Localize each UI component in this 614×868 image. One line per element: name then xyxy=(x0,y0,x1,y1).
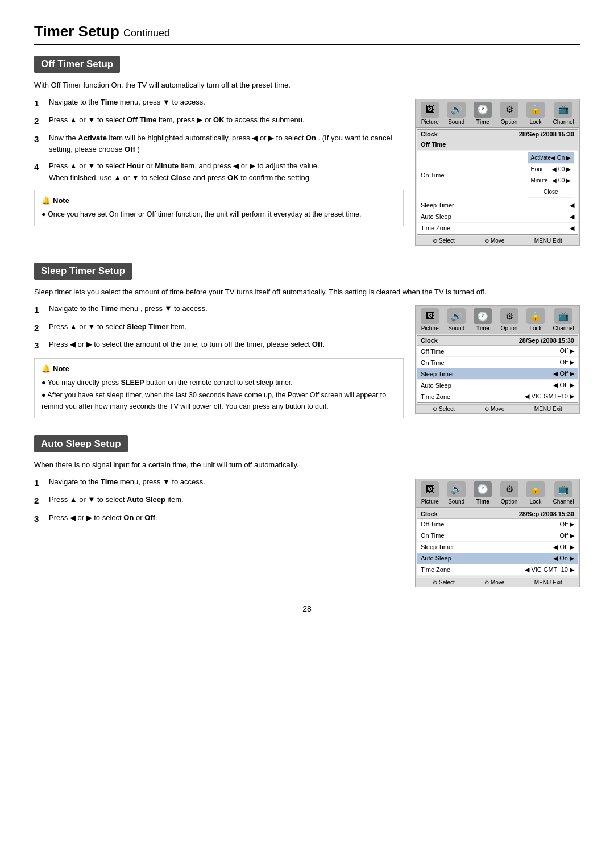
icon-picture-3: 🖼 Picture xyxy=(421,481,439,505)
time-icon-3: 🕐 xyxy=(474,481,492,497)
menu-row-ontime: On Time Activate ◀ On ▶ Hour ◀ 00 ▶ xyxy=(417,151,578,200)
menu-row-offtime-2: Off Time Off ▶ xyxy=(417,346,578,357)
title-continued: Continued xyxy=(123,27,170,39)
note-item-1: ● You may directly press SLEEP button on… xyxy=(42,377,396,388)
auto-sleep-steps: 1 Navigate to the Time menu, press ▼ to … xyxy=(34,476,404,530)
off-timer-steps: 1 Navigate to the Time menu, press ▼ to … xyxy=(34,97,404,227)
menu-row-timezone: Time Zone ◀ xyxy=(417,223,578,234)
icon-lock-3: 🔒 Lock xyxy=(526,481,545,505)
channel-icon-2: 📺 xyxy=(554,308,572,324)
icon-sound: 🔊 Sound xyxy=(447,102,466,125)
sleep-timer-note: Note ● You may directly press SLEEP butt… xyxy=(34,358,404,419)
off-timer-content: 1 Navigate to the Time menu, press ▼ to … xyxy=(34,97,580,246)
step-a1: 1 Navigate to the Time menu, press ▼ to … xyxy=(34,476,404,490)
menu-header-3: Clock 28/Sep /2008 15:30 xyxy=(417,509,578,519)
icon-channel-2: 📺 Channel xyxy=(553,308,574,331)
channel-icon-3: 📺 xyxy=(554,481,572,497)
menu-row-sleep-3: Sleep Timer ◀ Off ▶ xyxy=(417,542,578,553)
menu-row-autosleep-2: Auto Sleep ◀ Off ▶ xyxy=(417,380,578,391)
icon-lock-2: 🔒 Lock xyxy=(526,308,545,331)
icon-lock: 🔒 Lock xyxy=(526,102,545,125)
activate-sub-panel: Activate ◀ On ▶ Hour ◀ 00 ▶ Minute ◀ 00 … xyxy=(528,152,574,198)
note-title-2: Note xyxy=(42,363,396,375)
channel-icon: 📺 xyxy=(554,102,572,118)
time-icon: 🕐 xyxy=(474,102,492,118)
sleep-timer-section: Sleep Timer Setup Sleep timer lets you s… xyxy=(34,263,580,419)
off-timer-menu-diagram: 🖼 Picture 🔊 Sound 🕐 Time ⚙ Option 🔒 xyxy=(415,99,580,246)
sleep-timer-content: 1 Navigate to the Time menu , press ▼ to… xyxy=(34,303,580,418)
sleep-timer-intro: Sleep timer lets you select the amount o… xyxy=(34,286,580,298)
menu-row-ontime-2: On Time Off ▶ xyxy=(417,357,578,368)
menu-footer: ⊙ Select ⊙ Move MENU Exit xyxy=(416,236,579,245)
icon-picture-2: 🖼 Picture xyxy=(421,308,439,331)
icon-time: 🕐 Time xyxy=(474,102,492,125)
sleep-timer-menu-diagram: 🖼 Picture 🔊 Sound 🕐 Time ⚙ Option 🔒 xyxy=(415,305,580,414)
menu-row-ontime-3: On Time Off ▶ xyxy=(417,530,578,542)
menu-header: Clock 28/Sep /2008 15:30 xyxy=(417,130,578,139)
icon-time-2: 🕐 Time xyxy=(474,308,492,331)
menu-icons-row-3: 🖼 Picture 🔊 Sound 🕐 Time ⚙ Option 🔒 xyxy=(416,479,579,508)
menu-icons-row-2: 🖼 Picture 🔊 Sound 🕐 Time ⚙ Option 🔒 xyxy=(416,306,579,334)
step-a2: 2 Press ▲ or ▼ to select Auto Sleep item… xyxy=(34,494,404,508)
auto-sleep-intro: When there is no signal input for a cert… xyxy=(34,459,580,471)
picture-icon-2: 🖼 xyxy=(421,308,439,324)
auto-sleep-menu-diagram: 🖼 Picture 🔊 Sound 🕐 Time ⚙ Option 🔒 xyxy=(415,479,580,587)
step-3: 3 Now the Activate item will be highligh… xyxy=(34,132,404,156)
step-s3: 3 Press ◀ or ▶ to select the amount of t… xyxy=(34,339,404,352)
step-a3: 3 Press ◀ or ▶ to select On or Off. xyxy=(34,512,404,526)
lock-icon-2: 🔒 xyxy=(526,308,545,324)
auto-sleep-header: Auto Sleep Setup xyxy=(34,435,128,452)
sleep-timer-steps: 1 Navigate to the Time menu , press ▼ to… xyxy=(34,303,404,418)
off-timer-section: Off Timer Setup With Off Timer function … xyxy=(34,56,580,246)
menu-row-timezone-2: Time Zone ◀ VIC GMT+10 ▶ xyxy=(417,391,578,402)
option-icon-2: ⚙ xyxy=(500,308,518,324)
page-title: Timer Setup Continued xyxy=(34,23,580,45)
sound-icon-2: 🔊 xyxy=(447,308,466,324)
menu-row-sleep: Sleep Timer ◀ xyxy=(417,200,578,211)
menu-row-autosleep: Auto Sleep ◀ xyxy=(417,211,578,223)
step-2: 2 Press ▲ or ▼ to select Off Time item, … xyxy=(34,114,404,128)
note-item-2: ● After you have set sleep timer, when t… xyxy=(42,389,396,412)
menu-body-2: Clock 28/Sep /2008 15:30 Off Time Off ▶ … xyxy=(417,335,578,403)
menu-icons-row: 🖼 Picture 🔊 Sound 🕐 Time ⚙ Option 🔒 xyxy=(416,99,579,128)
icon-sound-3: 🔊 Sound xyxy=(447,481,466,505)
step-4: 4 Press ▲ or ▼ to select Hour or Minute … xyxy=(34,160,404,184)
option-icon-3: ⚙ xyxy=(500,481,518,497)
off-timer-intro: With Off Timer function On, the TV will … xyxy=(34,80,580,91)
lock-icon-3: 🔒 xyxy=(526,481,545,497)
icon-channel: 📺 Channel xyxy=(553,102,574,125)
icon-option: ⚙ Option xyxy=(500,102,518,125)
menu-header-2: Clock 28/Sep /2008 15:30 xyxy=(417,336,578,346)
icon-sound-2: 🔊 Sound xyxy=(447,308,466,331)
menu-footer-3: ⊙ Select ⊙ Move MENU Exit xyxy=(416,578,579,587)
auto-sleep-content: 1 Navigate to the Time menu, press ▼ to … xyxy=(34,476,580,587)
page-number: 28 xyxy=(34,604,580,613)
picture-icon-3: 🖼 xyxy=(421,481,439,497)
off-timer-note: Note ● Once you have set On timer or Off… xyxy=(34,190,404,227)
menu-footer-2: ⊙ Select ⊙ Move MENU Exit xyxy=(416,404,579,413)
option-icon: ⚙ xyxy=(500,102,518,118)
menu-row-offtime: Off Time xyxy=(417,139,578,151)
menu-row-autosleep-3: Auto Sleep ◀ On ▶ xyxy=(417,553,578,564)
note-title: Note xyxy=(42,195,396,207)
menu-row-offtime-3: Off Time Off ▶ xyxy=(417,519,578,530)
menu-row-sleep-2: Sleep Timer ◀ Off ▶ xyxy=(417,368,578,380)
title-text: Timer Setup xyxy=(34,23,119,40)
step-s1: 1 Navigate to the Time menu , press ▼ to… xyxy=(34,303,404,317)
menu-row-timezone-3: Time Zone ◀ VIC GMT+10 ▶ xyxy=(417,564,578,576)
icon-picture: 🖼 Picture xyxy=(421,102,439,125)
note-item: ● Once you have set On timer or Off time… xyxy=(42,209,396,220)
auto-sleep-section: Auto Sleep Setup When there is no signal… xyxy=(34,435,580,587)
icon-option-2: ⚙ Option xyxy=(500,308,518,331)
icon-time-3: 🕐 Time xyxy=(474,481,492,505)
step-1: 1 Navigate to the Time menu, press ▼ to … xyxy=(34,97,404,110)
time-icon-2: 🕐 xyxy=(474,308,492,324)
picture-icon: 🖼 xyxy=(421,102,439,118)
menu-body-3: Clock 28/Sep /2008 15:30 Off Time Off ▶ … xyxy=(417,509,578,576)
lock-icon: 🔒 xyxy=(526,102,545,118)
icon-option-3: ⚙ Option xyxy=(500,481,518,505)
sleep-timer-header: Sleep Timer Setup xyxy=(34,263,132,280)
off-timer-header: Off Timer Setup xyxy=(34,56,120,73)
icon-channel-3: 📺 Channel xyxy=(553,481,574,505)
step-s2: 2 Press ▲ or ▼ to select Sleep Timer ite… xyxy=(34,321,404,335)
